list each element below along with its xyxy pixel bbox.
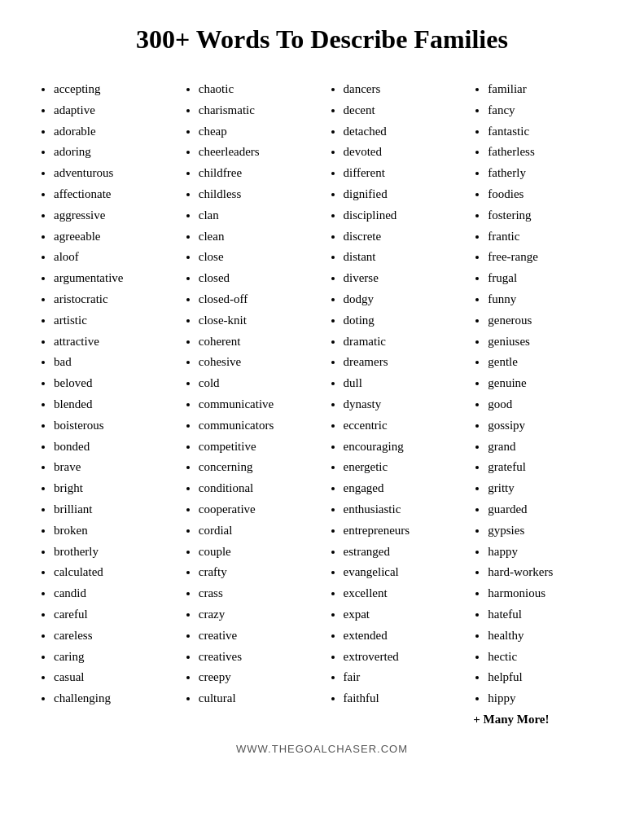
list-item: cold <box>199 373 316 394</box>
list-item: genuine <box>488 373 605 394</box>
page-title: 300+ Words To Describe Families <box>33 24 611 55</box>
list-item: different <box>344 163 461 184</box>
list-item: aggressive <box>54 205 171 226</box>
list-item: dodgy <box>344 289 461 310</box>
list-item: crazy <box>199 604 316 626</box>
list-item: artistic <box>54 310 171 331</box>
list-item: close-knit <box>199 310 316 331</box>
list-item: cheap <box>199 121 316 143</box>
list-item: cooperative <box>199 499 316 520</box>
list-item: boisterous <box>54 415 171 437</box>
list-item: candid <box>54 583 171 604</box>
list-item: broken <box>54 520 171 542</box>
list-item: gypsies <box>488 520 605 542</box>
list-item: blended <box>54 394 171 415</box>
list-item: geniuses <box>488 331 605 353</box>
list-item: creepy <box>199 667 316 688</box>
list-item: dramatic <box>344 331 461 353</box>
list-item: casual <box>54 667 171 688</box>
column-4: familiarfancyfantasticfatherlessfatherly… <box>467 79 611 726</box>
list-item: cheerleaders <box>199 142 316 163</box>
list-item: creative <box>199 626 316 647</box>
list-item: hateful <box>488 604 605 626</box>
list-item: clean <box>199 226 316 248</box>
list-item: chaotic <box>199 79 316 100</box>
list-item: happy <box>488 542 605 563</box>
list-item: bright <box>54 478 171 499</box>
list-item: crafty <box>199 562 316 583</box>
list-item: adaptive <box>54 100 171 121</box>
list-item: disciplined <box>344 205 461 226</box>
word-list-3: dancersdecentdetacheddevoteddifferentdig… <box>329 79 461 709</box>
list-item: foodies <box>488 184 605 205</box>
list-item: bad <box>54 352 171 373</box>
list-item: gritty <box>488 478 605 499</box>
list-item: clan <box>199 205 316 226</box>
list-item: decent <box>344 100 461 121</box>
list-item: coherent <box>199 331 316 353</box>
list-item: doting <box>344 310 461 331</box>
list-item: closed-off <box>199 289 316 310</box>
list-item: brave <box>54 457 171 478</box>
list-item: eccentric <box>344 415 461 437</box>
list-item: beloved <box>54 373 171 394</box>
list-item: fatherless <box>488 142 605 163</box>
list-item: childfree <box>199 163 316 184</box>
list-item: frugal <box>488 268 605 289</box>
list-item: evangelical <box>344 562 461 583</box>
list-item: discrete <box>344 226 461 248</box>
list-item: faithful <box>344 688 461 709</box>
list-item: affectionate <box>54 184 171 205</box>
list-item: extended <box>344 626 461 647</box>
list-item: adorable <box>54 121 171 143</box>
list-item: brilliant <box>54 499 171 520</box>
list-item: energetic <box>344 457 461 478</box>
list-item: good <box>488 394 605 415</box>
page-container: 300+ Words To Describe Families acceptin… <box>0 0 644 784</box>
list-item: communicative <box>199 394 316 415</box>
column-1: acceptingadaptiveadorableadoringadventur… <box>33 79 177 726</box>
list-item: fostering <box>488 205 605 226</box>
list-item: accepting <box>54 79 171 100</box>
word-list-1: acceptingadaptiveadorableadoringadventur… <box>39 79 171 709</box>
list-item: gossipy <box>488 415 605 437</box>
list-item: distant <box>344 247 461 268</box>
list-item: funny <box>488 289 605 310</box>
list-item: dreamers <box>344 352 461 373</box>
list-item: hard-workers <box>488 562 605 583</box>
word-list-4: familiarfancyfantasticfatherlessfatherly… <box>473 79 605 709</box>
list-item: aloof <box>54 247 171 268</box>
list-item: dull <box>344 373 461 394</box>
list-item: healthy <box>488 626 605 647</box>
list-item: generous <box>488 310 605 331</box>
list-item: harmonious <box>488 583 605 604</box>
word-list-2: chaoticcharismaticcheapcheerleaderschild… <box>184 79 316 709</box>
list-item: adventurous <box>54 163 171 184</box>
list-item: grand <box>488 437 605 458</box>
list-item: familiar <box>488 79 605 100</box>
list-item: helpful <box>488 667 605 688</box>
list-item: fancy <box>488 100 605 121</box>
list-item: enthusiastic <box>344 499 461 520</box>
list-item: argumentative <box>54 268 171 289</box>
list-item: expat <box>344 604 461 626</box>
list-item: creatives <box>199 647 316 668</box>
list-item: aristocratic <box>54 289 171 310</box>
list-item: conditional <box>199 478 316 499</box>
list-item: couple <box>199 542 316 563</box>
list-item: bonded <box>54 437 171 458</box>
list-item: detached <box>344 121 461 143</box>
list-item: entrepreneurs <box>344 520 461 542</box>
list-item: childless <box>199 184 316 205</box>
list-item: dancers <box>344 79 461 100</box>
list-item: encouraging <box>344 437 461 458</box>
list-item: attractive <box>54 331 171 353</box>
list-item: close <box>199 247 316 268</box>
list-item: calculated <box>54 562 171 583</box>
list-item: cultural <box>199 688 316 709</box>
list-item: guarded <box>488 499 605 520</box>
list-item: free-range <box>488 247 605 268</box>
list-item: careful <box>54 604 171 626</box>
list-item: devoted <box>344 142 461 163</box>
list-item: caring <box>54 647 171 668</box>
